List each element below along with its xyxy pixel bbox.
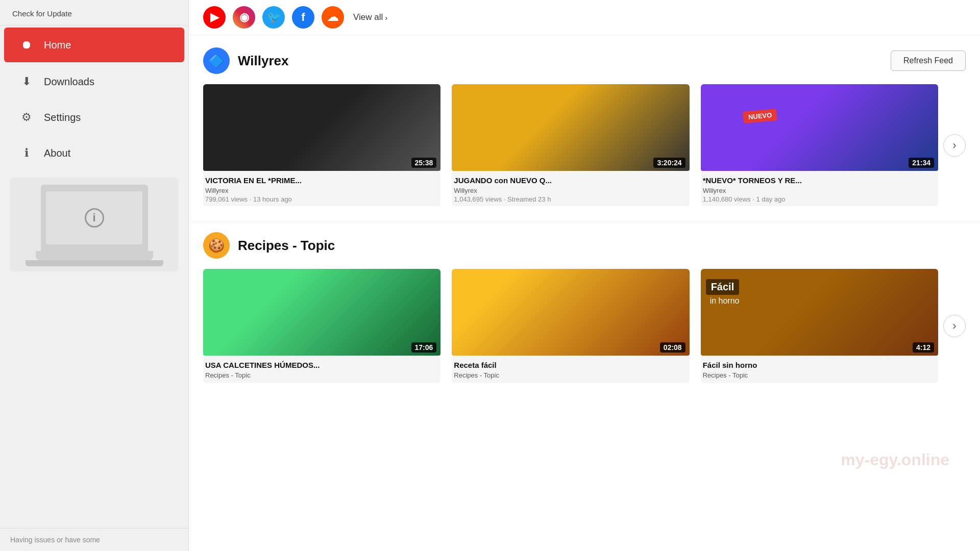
sidebar-item-home[interactable]: ⏺ Home: [4, 28, 184, 62]
recipes-title-row: 🍪 Recipes - Topic: [203, 232, 335, 259]
willyrex-channel-name: Willyrex: [238, 53, 288, 69]
view-all-button[interactable]: View all ›: [353, 12, 387, 22]
sidebar-item-label-about: About: [44, 147, 70, 159]
platform-icons: ▶◉🐦f☁: [203, 6, 344, 29]
video-info-w2: JUGANDO con NUEVO Q... Willyrex 1,043,69…: [452, 171, 689, 206]
sidebar-item-label-home: Home: [44, 39, 71, 51]
video-card-r1[interactable]: 17:06 USA CALCETINES HÚMEDOS... Recipes …: [203, 269, 440, 383]
thumb-bg-w3: [701, 84, 938, 171]
video-channel-r2: Recipes - Topic: [454, 371, 687, 379]
refresh-feed-button[interactable]: Refresh Feed: [891, 51, 966, 71]
duration-badge-w3: 21:34: [909, 158, 934, 168]
thumb-bg-w1: [203, 84, 440, 171]
video-card-w3[interactable]: NUEVO 21:34 *NUEVO* TORNEOS Y RE... Will…: [701, 84, 938, 206]
home-icon: ⏺: [18, 37, 35, 53]
thumb-bg-r1: [203, 269, 440, 356]
willyrex-next-button[interactable]: ›: [943, 134, 966, 157]
platform-icon-facebook[interactable]: f: [292, 6, 314, 29]
laptop-foot: [26, 260, 163, 266]
willyrex-avatar: 🔷: [203, 47, 230, 74]
video-meta-w2: 1,043,695 views · Streamed 23 h: [454, 195, 687, 203]
duration-badge-r1: 17:06: [411, 342, 437, 353]
willyrex-section: 🔷 Willyrex Refresh Feed 25:38 VICTORIA E…: [189, 35, 980, 211]
duration-badge-w1: 25:38: [411, 158, 437, 168]
video-card-w1[interactable]: 25:38 VICTORIA EN EL *PRIME... Willyrex …: [203, 84, 440, 206]
video-meta-w3: 1,140,680 views · 1 day ago: [703, 195, 936, 203]
horno-label: in horno: [706, 295, 744, 307]
sidebar-footer: Having issues or have some: [0, 528, 188, 551]
laptop-screen: i: [41, 185, 148, 251]
willyrex-title-row: 🔷 Willyrex: [203, 47, 288, 74]
about-laptop-card: i: [10, 178, 178, 271]
video-title-r2: Receta fácil: [454, 361, 687, 369]
top-bar: ▶◉🐦f☁ View all ›: [189, 0, 980, 35]
video-title-w2: JUGANDO con NUEVO Q...: [454, 176, 687, 185]
laptop-base: [36, 251, 153, 260]
video-meta-w1: 799,061 views · 13 hours ago: [205, 195, 438, 203]
duration-badge-r3: 4:12: [913, 342, 934, 353]
willyrex-videos-row: 25:38 VICTORIA EN EL *PRIME... Willyrex …: [203, 84, 938, 206]
info-icon: i: [85, 208, 104, 228]
recipes-next-button[interactable]: ›: [943, 315, 966, 337]
sidebar-item-downloads[interactable]: ⬇ Downloads: [4, 64, 184, 99]
video-thumbnail-w3: NUEVO 21:34: [701, 84, 938, 171]
video-card-r3[interactable]: Fácilin horno 4:12 Fácil sin horno Recip…: [701, 269, 938, 383]
laptop-screen-inner: i: [46, 191, 142, 244]
recipes-videos-row-wrapper: 17:06 USA CALCETINES HÚMEDOS... Recipes …: [203, 269, 966, 383]
sidebar-item-about[interactable]: ℹ About: [4, 136, 184, 170]
video-thumbnail-r1: 17:06: [203, 269, 440, 356]
video-title-w3: *NUEVO* TORNEOS Y RE...: [703, 176, 936, 185]
video-channel-r1: Recipes - Topic: [205, 371, 438, 379]
video-card-w2[interactable]: 3:20:24 JUGANDO con NUEVO Q... Willyrex …: [452, 84, 689, 206]
duration-badge-w2: 3:20:24: [653, 158, 685, 168]
thumb-bg-r2: [452, 269, 689, 356]
sidebar-item-settings[interactable]: ⚙ Settings: [4, 100, 184, 135]
sidebar-item-label-settings: Settings: [44, 112, 81, 123]
video-info-w1: VICTORIA EN EL *PRIME... Willyrex 799,06…: [203, 171, 440, 206]
willyrex-header: 🔷 Willyrex Refresh Feed: [203, 47, 966, 74]
video-info-r3: Fácil sin horno Recipes - Topic: [701, 356, 938, 383]
video-channel-w2: Willyrex: [454, 187, 687, 194]
duration-badge-r2: 02:08: [660, 342, 685, 353]
facil-label: Fácil: [706, 279, 740, 295]
downloads-icon: ⬇: [18, 73, 35, 90]
platform-icon-soundcloud[interactable]: ☁: [322, 6, 344, 29]
platform-icon-youtube[interactable]: ▶: [203, 6, 226, 29]
video-thumbnail-r3: Fácilin horno 4:12: [701, 269, 938, 356]
video-channel-w3: Willyrex: [703, 187, 936, 194]
video-title-r1: USA CALCETINES HÚMEDOS...: [205, 361, 438, 369]
video-thumbnail-w2: 3:20:24: [452, 84, 689, 171]
video-thumbnail-w1: 25:38: [203, 84, 440, 171]
video-title-w1: VICTORIA EN EL *PRIME...: [205, 176, 438, 185]
sidebar-item-label-downloads: Downloads: [44, 76, 94, 88]
recipes-channel-name: Recipes - Topic: [238, 238, 335, 254]
video-thumbnail-r2: 02:08: [452, 269, 689, 356]
recipes-avatar: 🍪: [203, 232, 230, 259]
video-title-r3: Fácil sin horno: [703, 361, 936, 369]
chevron-right-icon: ›: [385, 13, 387, 22]
video-card-r2[interactable]: 02:08 Receta fácil Recipes - Topic: [452, 269, 689, 383]
recipes-section: 🍪 Recipes - Topic 17:06 USA CALCETINES H…: [189, 222, 980, 391]
recipes-videos-row: 17:06 USA CALCETINES HÚMEDOS... Recipes …: [203, 269, 938, 383]
video-info-r2: Receta fácil Recipes - Topic: [452, 356, 689, 383]
video-channel-w1: Willyrex: [205, 187, 438, 194]
settings-icon: ⚙: [18, 109, 35, 126]
nav-menu: ⏺ Home ⬇ Downloads ⚙ Settings ℹ About: [0, 26, 188, 171]
platform-icon-twitter[interactable]: 🐦: [262, 6, 285, 29]
willyrex-videos-row-wrapper: 25:38 VICTORIA EN EL *PRIME... Willyrex …: [203, 84, 966, 206]
sidebar: Check for Update ⏺ Home ⬇ Downloads ⚙ Se…: [0, 0, 189, 551]
video-channel-r3: Recipes - Topic: [703, 371, 936, 379]
video-info-w3: *NUEVO* TORNEOS Y RE... Willyrex 1,140,6…: [701, 171, 938, 206]
view-all-label: View all: [353, 12, 383, 22]
recipes-header: 🍪 Recipes - Topic: [203, 232, 966, 259]
check-update-item[interactable]: Check for Update: [0, 5, 188, 22]
platform-icon-instagram[interactable]: ◉: [233, 6, 255, 29]
video-info-r1: USA CALCETINES HÚMEDOS... Recipes - Topi…: [203, 356, 440, 383]
main-content: ▶◉🐦f☁ View all › 🔷 Willyrex Refresh Feed…: [189, 0, 980, 551]
about-icon: ℹ: [18, 145, 35, 161]
